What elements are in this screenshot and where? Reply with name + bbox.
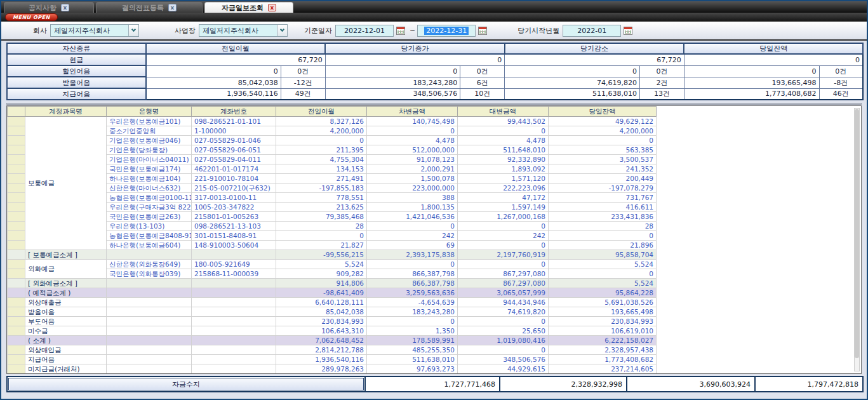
scrollbar-thumb[interactable]	[855, 109, 859, 358]
menu-open-button[interactable]: MENU OPEN	[5, 13, 58, 21]
col-header: 전일이월	[146, 43, 326, 54]
row-indicator[interactable]	[8, 174, 25, 183]
row-indicator[interactable]	[8, 136, 25, 145]
row-indicator[interactable]	[8, 212, 25, 222]
calendar-icon[interactable]	[624, 27, 632, 35]
date-from-input[interactable]: 2022-12-01	[335, 25, 394, 37]
account-number-cell: 098-286521-13-103	[192, 222, 276, 231]
row-indicator[interactable]	[8, 364, 25, 374]
debit-cell: 866,387,798	[367, 279, 458, 288]
count-cell: -8건	[819, 77, 863, 88]
account-label-cell: [ 보통예금소계 ]	[25, 250, 107, 260]
asset-summary-table: 자산종류 전일이월 당기증가 당기감소 당일잔액 현금67,720067,720…	[6, 43, 864, 100]
account-number-cell: 215801-01-005263	[192, 212, 276, 222]
row-indicator[interactable]	[8, 279, 25, 288]
row-indicator[interactable]	[8, 126, 25, 136]
day-balance-cell: -197,078,279	[549, 183, 657, 193]
grid-row[interactable]: 받을어음85,042,038183,243,28074,619,820193,6…	[8, 307, 657, 317]
row-indicator[interactable]	[8, 145, 25, 155]
company-select[interactable]: 제일저지주식회사	[50, 24, 139, 37]
tab-label: 공지사항	[29, 3, 57, 13]
company-label: 회사	[33, 26, 47, 36]
row-indicator[interactable]	[8, 155, 25, 164]
row-indicator[interactable]	[8, 269, 25, 279]
funds-balance-footer: 자금수지 1,727,771,468 2,328,932,998 3,690,6…	[6, 376, 864, 392]
row-indicator[interactable]	[8, 222, 25, 231]
row-indicator[interactable]	[8, 326, 25, 336]
grid-row[interactable]: ( 예적금소계 )-98,641,4093,259,563,6363,065,0…	[8, 288, 657, 298]
prev-balance-cell: 2,814,212,788	[276, 345, 367, 355]
grid-row[interactable]: 보통예금우리은행(보통예금101)098-286521-01-1018,327,…	[8, 117, 657, 126]
row-indicator[interactable]	[8, 307, 25, 317]
row-indicator[interactable]	[8, 260, 25, 269]
debit-cell: 512,000,000	[367, 145, 458, 155]
tab-notice[interactable]: 공지사항 x	[4, 2, 94, 13]
calendar-icon[interactable]	[396, 27, 405, 35]
row-indicator[interactable]	[8, 317, 25, 326]
row-indicator[interactable]	[8, 183, 25, 193]
grid-row[interactable]: 미수금106,643,3101,35025,650106,619,010	[8, 326, 657, 336]
account-label-cell: 부도어음	[25, 317, 107, 326]
row-indicator[interactable]	[8, 355, 25, 364]
row-indicator[interactable]	[8, 203, 25, 212]
grid-row[interactable]: 외상매출금6,640,128,111-4,654,639944,434,9465…	[8, 298, 657, 307]
tab-label: 자금일보조회	[222, 3, 264, 13]
filter-bar: 회사 제일저지주식회사 사업장 제일저지주식회사 기준일자 2022-12-01…	[1, 22, 867, 41]
grid-row[interactable]: ( 소계 )7,062,648,452178,589,9911,019,080,…	[8, 336, 657, 345]
row-indicator[interactable]	[8, 298, 25, 307]
col-header: 당기감소	[505, 43, 684, 54]
tab-daily-funds-report[interactable]: 자금일보조회 x	[204, 2, 293, 13]
credit-cell: 1,893,092	[458, 164, 549, 174]
count-cell: 46건	[819, 88, 863, 100]
grid-row[interactable]: 미지급금(거래처)289,978,26397,693,27344,929,615…	[8, 364, 657, 374]
row-indicator[interactable]	[8, 231, 25, 241]
period-start-input[interactable]: 2022-01	[563, 25, 621, 37]
count-cell: 13건	[639, 88, 684, 100]
day-balance-cell: 95,864,228	[549, 288, 657, 298]
row-indicator[interactable]	[8, 288, 25, 298]
row-indicator[interactable]	[8, 336, 25, 345]
row-indicator[interactable]	[8, 250, 25, 260]
vertical-scrollbar[interactable]	[854, 108, 860, 371]
date-to-input[interactable]: 2022-12-31	[417, 25, 476, 37]
close-icon[interactable]: x	[61, 4, 69, 11]
debit-cell: 0	[367, 260, 458, 269]
bank-name-cell	[107, 364, 192, 374]
grid-row[interactable]: 외화예금신한은행(외화통장649)180-005-9216495,524005,…	[8, 260, 657, 269]
account-label-cell: [ 외화예금소계 ]	[25, 279, 107, 288]
funds-balance-label: 자금수지	[8, 378, 364, 390]
close-icon[interactable]: x	[268, 4, 276, 11]
day-balance-cell: 2,328,957,438	[549, 345, 657, 355]
credit-cell: 944,434,946	[458, 298, 549, 307]
grid-row[interactable]: 부도어음230,834,99300230,834,993	[8, 317, 657, 326]
day-balance-cell: 5,691,038,526	[549, 298, 657, 307]
credit-cell: 0	[458, 317, 549, 326]
amount-cell: 0	[146, 65, 281, 77]
chevron-down-icon[interactable]	[277, 25, 287, 36]
chevron-down-icon[interactable]	[128, 25, 138, 36]
day-balance-cell: 21,896	[549, 241, 657, 250]
row-indicator[interactable]	[8, 164, 25, 174]
credit-cell: 92,332,890	[458, 155, 549, 164]
calendar-icon[interactable]	[478, 27, 487, 35]
debit-cell: 0	[367, 317, 458, 326]
grid-row[interactable]: 지급어음1,936,540,116511,638,010348,506,5761…	[8, 355, 657, 364]
row-indicator[interactable]	[8, 241, 25, 250]
credit-cell: 99,443,502	[458, 117, 549, 126]
grid-row[interactable]: [ 외화예금소계 ]914,806866,387,798867,297,0805…	[8, 279, 657, 288]
day-balance-cell: 28	[549, 222, 657, 231]
grid-row[interactable]: [ 보통예금소계 ]-99,556,2152,393,175,8382,197,…	[8, 250, 657, 260]
site-select[interactable]: 제일저지주식회사	[199, 24, 288, 37]
row-indicator[interactable]	[8, 117, 25, 126]
row-indicator[interactable]	[8, 193, 25, 203]
day-balance-cell: 0	[549, 136, 657, 145]
grid-splitter[interactable]	[6, 103, 862, 105]
prev-balance-cell: 85,042,038	[276, 307, 367, 317]
prev-balance-cell: 8,327,126	[276, 117, 367, 126]
bank-name-cell: 농협은행(보통예금0100-11)	[107, 193, 192, 203]
close-icon[interactable]: x	[168, 4, 177, 11]
tab-voucher-entry[interactable]: 결의전표등록 x	[96, 2, 203, 13]
grid-row[interactable]: 외상매입금2,814,212,788485,255,35002,328,957,…	[8, 345, 657, 355]
day-balance-cell: 233,431,836	[549, 212, 657, 222]
row-indicator[interactable]	[8, 345, 25, 355]
